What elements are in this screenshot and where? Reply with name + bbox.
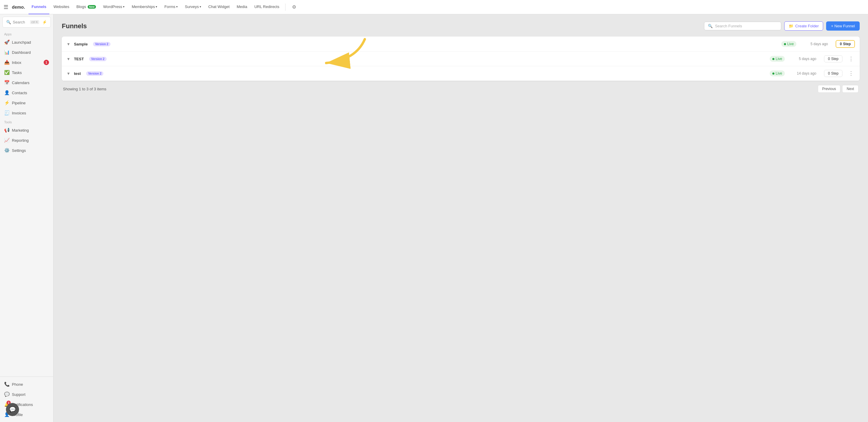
version-badge: Version 2	[93, 42, 110, 47]
sidebar-item-invoices[interactable]: 🧾 Invoices	[0, 108, 53, 118]
funnel-name: TEST	[74, 57, 84, 61]
surveys-chevron: ▾	[199, 5, 201, 8]
previous-button[interactable]: Previous	[818, 85, 841, 93]
gear-icon[interactable]: ⚙	[290, 3, 299, 11]
launchpad-icon: 🚀	[4, 39, 9, 45]
status-dot	[784, 43, 786, 45]
sidebar-item-contacts[interactable]: 👤 Contacts	[0, 88, 53, 98]
step-button[interactable]: 0 Step	[824, 55, 842, 62]
step-button[interactable]: 0 Step	[836, 40, 855, 48]
contacts-icon: 👤	[4, 90, 9, 95]
sidebar-item-marketing[interactable]: 📢 Marketing	[0, 125, 53, 135]
sidebar-item-inbox[interactable]: 📥 Inbox 1	[0, 57, 53, 67]
calendars-icon: 📅	[4, 80, 9, 85]
sidebar-item-calendars[interactable]: 📅 Calendars	[0, 78, 53, 88]
sidebar-item-launchpad[interactable]: 🚀 Launchpad	[0, 37, 53, 47]
filter-icon: ▼	[66, 42, 70, 47]
sidebar-item-support[interactable]: 💬 Support	[0, 389, 53, 399]
showing-text: Showing 1 to 3 of 3 items	[63, 87, 106, 91]
create-folder-button[interactable]: 📁 Create Folder	[784, 21, 823, 31]
sidebar-item-label: Support	[12, 392, 26, 397]
nav-item-memberships[interactable]: Memberships ▾	[129, 0, 160, 14]
create-folder-label: Create Folder	[795, 24, 819, 28]
sidebar-item-dashboard[interactable]: 📊 Dashboard	[0, 47, 53, 57]
step-button[interactable]: 0 Step	[824, 70, 842, 77]
search-funnels-placeholder: Search Funnels	[715, 24, 742, 28]
nav-item-url-redirects[interactable]: URL Redirects	[251, 0, 282, 14]
ctrl-hint: ctrl K	[30, 20, 39, 24]
pagination-row: Showing 1 to 3 of 3 items Previous Next	[62, 81, 860, 93]
filter-icon: ▼	[66, 71, 70, 76]
sidebar-item-reporting[interactable]: 📈 Reporting	[0, 135, 53, 145]
nav-item-wordpress[interactable]: WordPress ▾	[100, 0, 127, 14]
status-dot	[772, 58, 774, 60]
sidebar-item-label: Contacts	[12, 91, 27, 95]
sidebar-item-label: Dashboard	[12, 50, 31, 55]
nav-item-blogs[interactable]: Blogs New	[73, 0, 99, 14]
status-badge: Live	[781, 41, 797, 47]
time-ago: 5 days ago	[793, 57, 816, 61]
step-label: Step	[831, 57, 839, 61]
filter-icon: ▼	[66, 57, 70, 61]
step-count: 0	[840, 42, 842, 46]
tasks-icon: ✅	[4, 70, 9, 75]
chat-icon: 💬	[9, 406, 16, 413]
phone-icon: 📞	[4, 382, 9, 387]
reporting-icon: 📈	[4, 138, 9, 143]
status-badge: Live	[770, 70, 785, 77]
page-header: Funnels 🔍 Search Funnels 📁 Create Folder…	[62, 21, 860, 31]
funnel-table: ▼ Sample Version 2 Live 5 days ago 0 Ste…	[62, 36, 860, 81]
next-button[interactable]: Next	[842, 85, 859, 93]
wordpress-chevron: ▾	[123, 5, 124, 8]
search-label: Search	[13, 20, 25, 24]
funnel-name: test	[74, 71, 81, 76]
more-options-icon[interactable]: ⋮	[847, 56, 855, 62]
support-icon: 💬	[4, 392, 9, 397]
table-row[interactable]: ▼ Sample Version 2 Live 5 days ago 0 Ste…	[62, 36, 860, 52]
pipeline-icon: ⚡	[4, 100, 9, 106]
more-options-icon[interactable]: ⋮	[847, 70, 855, 77]
table-row[interactable]: ▼ TEST Version 2 Live 5 days ago 0 Step …	[62, 52, 860, 66]
top-nav: ☰ demo. Funnels Websites Blogs New WordP…	[0, 0, 868, 14]
tools-section-label: Tools	[0, 118, 53, 125]
sidebar-item-label: Settings	[12, 148, 26, 153]
nav-item-websites[interactable]: Websites	[51, 0, 72, 14]
search-box-icon: 🔍	[708, 24, 713, 28]
memberships-chevron: ▾	[156, 5, 157, 8]
nav-item-chat-widget[interactable]: Chat Widget	[205, 0, 232, 14]
sidebar-item-label: Marketing	[12, 128, 29, 132]
search-button[interactable]: 🔍 Search ctrl K ⚡	[2, 17, 51, 28]
sidebar-item-label: Phone	[12, 382, 23, 387]
search-funnels-box[interactable]: 🔍 Search Funnels	[704, 22, 781, 30]
sidebar-item-tasks[interactable]: ✅ Tasks	[0, 67, 53, 78]
nav-item-funnels[interactable]: Funnels	[29, 0, 49, 14]
nav-item-media[interactable]: Media	[234, 0, 250, 14]
forms-chevron: ▾	[176, 5, 178, 8]
new-badge: New	[88, 5, 96, 9]
status-badge: Live	[770, 56, 785, 62]
step-label: Step	[831, 71, 839, 76]
step-label: Step	[843, 42, 851, 46]
hamburger-icon[interactable]: ☰	[4, 4, 8, 10]
dashboard-icon: 📊	[4, 50, 9, 55]
sidebar-item-settings[interactable]: ⚙️ Settings	[0, 145, 53, 155]
chat-widget-button[interactable]: 💬	[6, 403, 19, 416]
content-wrapper: Funnels 🔍 Search Funnels 📁 Create Folder…	[54, 14, 868, 422]
step-count: 0	[828, 57, 830, 61]
time-ago: 5 days ago	[804, 42, 828, 46]
lightning-icon: ⚡	[42, 20, 47, 24]
logo: demo.	[12, 4, 25, 9]
sidebar-bottom: 📞 Phone 💬 Support 🔔 Notifications 2 👤 Pr…	[0, 376, 53, 422]
sidebar-item-label: Calendars	[12, 81, 29, 85]
table-row[interactable]: ▼ test Version 2 Live 14 days ago 0 Step…	[62, 66, 860, 81]
header-actions: 🔍 Search Funnels 📁 Create Folder + New F…	[704, 21, 860, 31]
nav-separator	[285, 4, 285, 11]
nav-item-surveys[interactable]: Surveys ▾	[182, 0, 204, 14]
sidebar-item-phone[interactable]: 📞 Phone	[0, 379, 53, 389]
sidebar-item-pipeline[interactable]: ⚡ Pipeline	[0, 98, 53, 108]
new-funnel-button[interactable]: + New Funnel	[826, 21, 860, 31]
search-icon: 🔍	[6, 20, 11, 24]
nav-item-forms[interactable]: Forms ▾	[161, 0, 181, 14]
marketing-icon: 📢	[4, 127, 9, 133]
apps-section-label: Apps	[0, 30, 53, 37]
